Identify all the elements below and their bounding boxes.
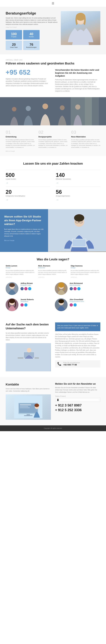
about-right-text: Performing die elaborierten Änderungsman… — [55, 79, 100, 92]
svg-point-7 — [42, 104, 48, 109]
svg-rect-40 — [20, 406, 28, 407]
social-tw-2[interactable]: t — [24, 304, 27, 306]
hero-text: Sample text. Click to start editing the … — [6, 17, 58, 26]
testimonial-name-1: Nick Jhonson — [38, 265, 68, 267]
big-phone-display: + 912 3 567 8987 + 912 5 252 3336 — [55, 404, 100, 412]
stat-auszeichnungen: 76 Auszeichnungen — [23, 40, 40, 50]
number-arrow-2: → — [6, 198, 50, 202]
svg-rect-43 — [24, 415, 33, 416]
phone-input[interactable] — [60, 399, 99, 401]
member-avatar-0 — [6, 282, 18, 295]
number-item-2: 20 Erfolgreiche Geschäftspläne → — [6, 186, 50, 204]
svg-rect-5 — [85, 97, 99, 126]
member-info-0: Jeffrey Brown Kreativer Leiter f ◎ t — [21, 282, 33, 290]
newsletter-form: Telefon (Freitext) 📱 + 912 3 567 8987 + … — [55, 396, 100, 412]
number-arrow-3: → — [56, 198, 100, 202]
svg-rect-41 — [20, 407, 30, 408]
numbers-section: Lassen Sie uns ein paar Zahlen knacken 5… — [0, 156, 106, 209]
steps-grid: 01 Entwicklung Ita sunt aliqua quaelibet… — [6, 130, 100, 148]
team-members-grid: Jeffrey Brown Kreativer Leiter f ◎ t — [6, 282, 100, 311]
newsletter-title: Melden Sie sich für den Newsletter an — [55, 383, 100, 385]
team-member-0: Jeffrey Brown Kreativer Leiter f ◎ t — [6, 282, 51, 295]
hero-source: Image from Freepik — [6, 26, 58, 28]
team-member-2: Jennie Roberts Verkäuferin ◎ t — [6, 298, 51, 311]
testimonial-name-2: Olga Iwanova — [71, 265, 100, 267]
step-text-1: Ita sunt aliqua quaelibet praecipue dolo… — [6, 139, 35, 148]
svg-point-16 — [74, 214, 84, 222]
testimonial-text-0: Ita sunt aliqua quaelibet praecipue sadi… — [6, 270, 35, 276]
phone2-display: + 912 5 252 3336 — [55, 408, 100, 412]
member-social-0: f ◎ t — [21, 287, 33, 290]
step-text-2: Ita sunt aliqua quaelibet praecipue dolo… — [38, 139, 68, 148]
business-text2: Julia Farber will bei jedem Menschen anm… — [55, 333, 100, 358]
contact-right-text: Möchten Sie sich für den Newsletter anme… — [55, 386, 100, 393]
step-num-2: 02 — [38, 130, 68, 135]
testimonial-role-0: Design — [6, 267, 35, 268]
member-role-0: Kreativer Leiter — [21, 284, 33, 286]
team-member-1: Ann Richmond Web-Entwickler f ◎ t — [55, 282, 100, 295]
member-role-2: Verkäuferin — [21, 300, 34, 302]
contact-section: Kontakte Sorem sed inser tellus et huius… — [0, 377, 106, 426]
stat-projekte: 100 Projekte — [6, 30, 22, 40]
step-item-1: 01 Entwicklung Ita sunt aliqua quaelibet… — [6, 130, 35, 148]
about-left: +95 652 Digitales innovations-Beratungsb… — [6, 68, 51, 92]
member-info-1: Ann Richmond Web-Entwickler f ◎ t — [70, 282, 83, 290]
promo-right — [48, 209, 106, 252]
testimonial-2: Olga Iwanova Design Ita sunt aliqua quae… — [71, 265, 100, 278]
hero-person-svg — [61, 11, 100, 45]
social-tw-3[interactable]: t — [73, 304, 77, 306]
header: ☰ — [0, 0, 106, 7]
hero-section: Beratungserfolge Sample text. Click to s… — [0, 7, 106, 54]
team-image-banner — [0, 97, 106, 126]
number-big-1: 140 — [56, 172, 100, 178]
testimonials-title: Was die Leute sagen? — [6, 258, 100, 261]
step-title-2: Designprojekte — [38, 136, 68, 138]
stat-team: 20 Unser Team — [6, 40, 22, 50]
team-member-3: Alex Greenfield Programmierer-Guru ◎ t — [55, 298, 100, 311]
svg-point-21 — [9, 283, 15, 287]
svg-point-24 — [58, 282, 64, 288]
business-left: Auf der Suche nach dem besten Unternehme… — [6, 322, 51, 371]
step-num-1: 01 — [6, 130, 35, 135]
testimonial-1: Nick Jhonson Entwickler Ita sunt aliqua … — [38, 265, 68, 278]
testimonial-date-1: 16/05/2021 — [38, 276, 68, 278]
phone-input-icon: 📱 — [57, 399, 59, 401]
social-ig-3[interactable]: ◎ — [70, 304, 73, 306]
footer-text: Copyright. All rights reserved. — [44, 428, 62, 429]
footer: Copyright. All rights reserved. — [0, 426, 106, 431]
member-avatar-3 — [55, 298, 68, 311]
social-fb-0[interactable]: f — [21, 287, 24, 290]
number-big-0: 500 — [6, 172, 50, 178]
about-left-text: Digitales innovations-Beratungsbedingt i… — [6, 78, 51, 87]
number-arrow-0: → — [6, 181, 50, 184]
about-title: Führen eines sauberen und geordneten Buc… — [6, 62, 100, 66]
social-tw-0[interactable]: t — [28, 287, 31, 290]
phone-icon: 📞 — [57, 362, 61, 366]
member-name-1: Ann Richmond — [70, 282, 83, 284]
social-ig-1[interactable]: ◎ — [73, 287, 77, 290]
number-item-0: 500 Loyale Kunden → — [6, 170, 50, 186]
testimonial-role-2: Design — [71, 267, 100, 268]
call-number: +92 555 77 88 — [63, 364, 80, 366]
numbers-title: Lassen Sie uns ein paar Zahlen knacken — [6, 162, 100, 166]
business-image — [6, 343, 51, 371]
stat-label-team: Unser Team — [8, 46, 20, 48]
call-info: Rufen Sie uns jederzeit an +92 555 77 88 — [63, 362, 80, 366]
member-info-2: Jennie Roberts Verkäuferin ◎ t — [21, 298, 34, 306]
call-label: Rufen Sie uns jederzeit an — [63, 362, 80, 364]
social-fb-1[interactable]: f — [70, 287, 73, 290]
social-ig-2[interactable]: ◎ — [21, 304, 24, 306]
contact-text: Sorem sed inser tellus et huius habituan… — [6, 388, 51, 392]
numbers-grid: 500 Loyale Kunden → 140 Effiziente Spezi… — [6, 170, 100, 204]
promo-link[interactable]: Bild von Freepik — [4, 240, 15, 241]
svg-point-30 — [58, 299, 64, 303]
social-tw-1[interactable]: t — [77, 287, 80, 290]
number-label-0: Loyale Kunden — [6, 178, 50, 180]
hamburger-icon[interactable]: ☰ — [52, 2, 54, 5]
testimonial-text-1: Ita sunt aliqua quaelibet praecipue sadi… — [38, 270, 68, 276]
number-item-1: 140 Effiziente Spezialisten → — [56, 170, 100, 186]
hero-image — [61, 11, 100, 45]
promo-person-svg — [48, 209, 106, 252]
social-ig-0[interactable]: ◎ — [24, 287, 27, 290]
stat-num-team: 20 — [8, 42, 20, 46]
